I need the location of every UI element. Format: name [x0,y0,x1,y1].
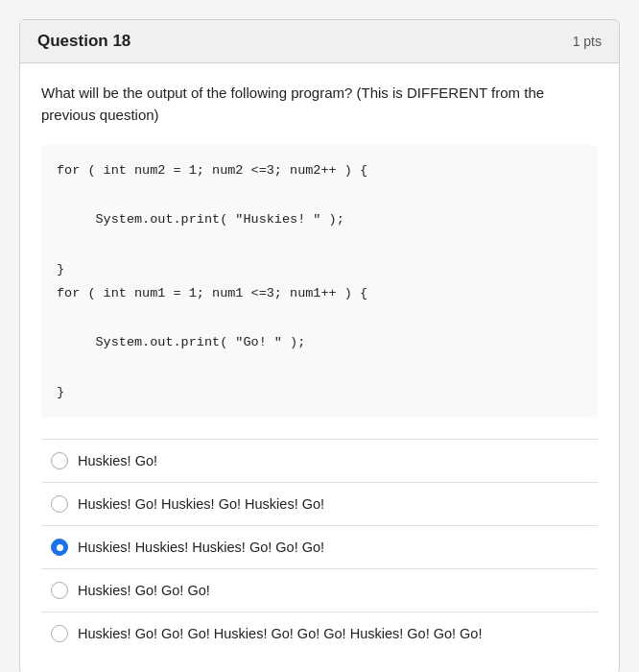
option-item-c[interactable]: Huskies! Huskies! Huskies! Go! Go! Go! [41,526,598,569]
radio-b[interactable] [51,495,68,513]
question-title: Question 18 [37,32,130,51]
option-item-a[interactable]: Huskies! Go! [41,440,598,483]
option-item-d[interactable]: Huskies! Go! Go! Go! [41,569,598,612]
option-label-a: Huskies! Go! [78,453,157,468]
code-block: for ( int num2 = 1; num2 <=3; num2++ ) {… [41,145,598,418]
radio-e[interactable] [51,625,68,642]
option-label-e: Huskies! Go! Go! Go! Huskies! Go! Go! Go… [78,626,482,641]
question-text: What will be the output of the following… [41,83,598,126]
option-label-d: Huskies! Go! Go! Go! [78,583,210,598]
radio-c[interactable] [51,539,68,556]
question-card: Question 18 1 pts What will be the outpu… [19,19,620,672]
radio-d[interactable] [51,582,68,599]
radio-a[interactable] [51,452,68,469]
card-header: Question 18 1 pts [20,20,619,63]
points-label: 1 pts [573,34,602,49]
option-item-e[interactable]: Huskies! Go! Go! Go! Huskies! Go! Go! Go… [41,612,598,655]
option-label-b: Huskies! Go! Huskies! Go! Huskies! Go! [78,496,324,512]
options-list: Huskies! Go!Huskies! Go! Huskies! Go! Hu… [41,439,598,655]
radio-inner-c [57,544,63,551]
card-body: What will be the output of the following… [20,63,619,672]
option-label-c: Huskies! Huskies! Huskies! Go! Go! Go! [78,540,324,555]
option-item-b[interactable]: Huskies! Go! Huskies! Go! Huskies! Go! [41,483,598,526]
